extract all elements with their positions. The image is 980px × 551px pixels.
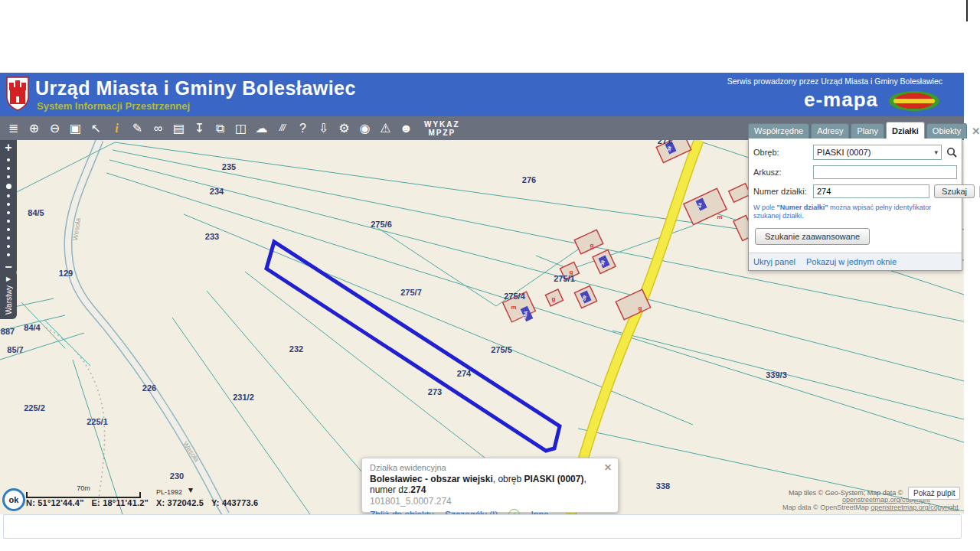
crs-chevron-icon[interactable]: ▾ (188, 484, 193, 495)
svg-text:887: 887 (1, 327, 15, 336)
svg-text:234: 234 (210, 187, 224, 196)
parcel-info-popup: Działka ewidencyjna ✕ Bolesławiec - obsz… (361, 458, 619, 513)
scale-label: 70m (26, 484, 141, 492)
arkusz-input[interactable] (813, 165, 957, 179)
popup-parcel-line: Bolesławiec - obszar wiejski, obręb PIAS… (370, 474, 610, 495)
coat-of-arms (6, 77, 29, 112)
svg-text:273: 273 (428, 387, 442, 396)
windows-icon[interactable]: ⧉ (210, 116, 230, 140)
coord-y: Y: 443773.6 (211, 498, 258, 507)
browser-artifact-line (966, 0, 968, 21)
advanced-search-button[interactable]: Szukanie zaawansowane (755, 228, 870, 245)
info-icon[interactable]: i (106, 116, 127, 140)
zoom-level-dot[interactable] (7, 167, 10, 170)
osm-copyright-link[interactable]: openstreetmap.org/copyright (871, 504, 959, 511)
download-map-icon[interactable]: ↧ (189, 116, 210, 140)
service-note: Serwis prowadzony przez Urząd Miasta i G… (727, 77, 942, 86)
svg-text:275/7: 275/7 (400, 288, 422, 297)
numer-dzialki-input[interactable] (813, 184, 929, 198)
svg-text:338: 338 (656, 481, 670, 491)
hatch-icon[interactable]: /// (272, 116, 292, 140)
wykaz-line2: MPZP (424, 129, 460, 137)
svg-text:232: 232 (289, 344, 303, 354)
panel-tabs: WspółrzędneAdresyPlanyDziałkiObiekty✕ (748, 121, 962, 139)
search-area-icon[interactable]: ◉ (354, 116, 375, 140)
full-extent-icon[interactable]: ▣ (65, 116, 86, 140)
scale-line (26, 492, 141, 498)
zoom-level-dot[interactable] (7, 175, 10, 178)
ok-button[interactable]: ok (2, 488, 25, 511)
tab-plany[interactable]: Plany (851, 123, 884, 139)
measure-icon[interactable]: ✎ (127, 116, 148, 140)
zoom-bar: + − (0, 140, 17, 278)
zoom-level-dot[interactable] (7, 194, 10, 197)
attribution-line2: Map data © OpenStreetMap openstreetmap.o… (782, 504, 959, 511)
zoom-level-dot[interactable] (7, 236, 10, 240)
coordinates-readout: N: 51°12'44.4"E: 18°11'41.2"X: 372042.5Y… (26, 498, 266, 507)
search-icon[interactable] (946, 147, 957, 158)
show-desktop-button[interactable]: Pokaż pulpit (908, 487, 960, 500)
zoom-level-dot[interactable] (6, 184, 11, 189)
svg-text:275/6: 275/6 (371, 220, 392, 229)
popup-close-icon[interactable]: ✕ (604, 462, 612, 473)
panel-footer-links: Ukryj panel Pokazuj w jednym oknie (749, 253, 962, 270)
coord-n: N: 51°12'44.4" (26, 498, 84, 507)
svg-text:275/4: 275/4 (504, 292, 525, 301)
tab-adresy[interactable]: Adresy (811, 123, 849, 139)
help-icon[interactable]: ? (292, 116, 313, 140)
hide-panel-link[interactable]: Ukryj panel (753, 257, 795, 266)
svg-text:274: 274 (457, 369, 472, 378)
settings-icon[interactable]: ⚙ (334, 116, 354, 140)
tab-obiekty[interactable]: Obiekty (926, 123, 967, 139)
svg-text:85/7: 85/7 (7, 345, 23, 354)
svg-text:225/2: 225/2 (24, 403, 45, 412)
link-icon[interactable]: ∞ (148, 116, 168, 140)
svg-text:129: 129 (59, 269, 73, 278)
zoom-out-icon[interactable]: ⊖ (44, 116, 65, 140)
single-window-link[interactable]: Pokazuj w jednym oknie (806, 257, 897, 266)
coord-x: X: 372042.5 (156, 498, 204, 507)
map-canvas[interactable]: 3844383938A ggggmm WesołaWesoła 23527623… (0, 140, 964, 514)
obreb-value: PIASKI (0007) (817, 148, 871, 157)
zoom-level-dot[interactable] (7, 158, 10, 161)
svg-text:230: 230 (170, 471, 184, 481)
layers-icon[interactable]: ≣ (3, 116, 24, 140)
szukaj-button[interactable]: Szukaj (934, 184, 975, 198)
popup-parcel-id: 101801_5.0007.274 (370, 496, 610, 507)
chevron-down-icon: ▾ (934, 148, 938, 156)
zoom-level-dot[interactable] (7, 220, 10, 223)
layers-arrow-icon: ▶ (6, 276, 11, 282)
comment-icon[interactable]: ☁ (251, 116, 272, 140)
zoom-level-dot[interactable] (7, 203, 10, 206)
numer-dzialki-label: Numer działki: (753, 187, 813, 196)
zoom-level-dot[interactable] (7, 211, 10, 214)
pointer-icon[interactable]: ↖ (86, 116, 106, 140)
zoom-level-dot[interactable] (7, 228, 10, 231)
print-icon[interactable]: ▤ (168, 116, 189, 140)
wykaz-mpzp-button[interactable]: WYKAZ MPZP (424, 120, 460, 137)
tab-współrzędne[interactable]: Współrzędne (748, 123, 809, 139)
user-feedback-icon[interactable]: ☻ (396, 116, 416, 140)
arkusz-label: Arkusz: (753, 168, 813, 177)
zoom-in-icon[interactable]: ⊕ (24, 116, 44, 140)
cloud-download-icon[interactable]: ⇩ (313, 116, 334, 140)
crs-label: PL-1992 (156, 488, 182, 496)
svg-text:339/3: 339/3 (766, 370, 787, 380)
tab-działki[interactable]: Działki (886, 122, 925, 139)
toolbar-icons: ≣⊕⊖▣↖i✎∞▤↧⧉◫☁///?⇩⚙◉⚠☻ (3, 116, 416, 140)
obreb-select[interactable]: PIASKI (0007) ▾ (813, 145, 942, 160)
search-panel: WspółrzędneAdresyPlanyDziałkiObiekty✕ Ob… (748, 121, 962, 271)
svg-text:g: g (552, 295, 556, 302)
svg-text:233: 233 (205, 232, 219, 241)
svg-text:275/5: 275/5 (491, 345, 512, 354)
warning-icon[interactable]: ⚠ (375, 116, 396, 140)
zoom-level-dot[interactable] (7, 253, 10, 256)
zoom-level-dot[interactable] (7, 245, 10, 248)
layers-panel-tab[interactable]: ▶ Warstwy (0, 270, 17, 319)
split-view-icon[interactable]: ◫ (230, 116, 251, 140)
search-hint: W pole "Numer działki" można wpisać pełn… (753, 204, 957, 220)
zoom-plus-button[interactable]: + (5, 142, 11, 154)
panel-close-icon[interactable]: ✕ (969, 124, 980, 139)
svg-text:m: m (511, 304, 516, 311)
wykaz-line1: WYKAZ (424, 120, 460, 129)
